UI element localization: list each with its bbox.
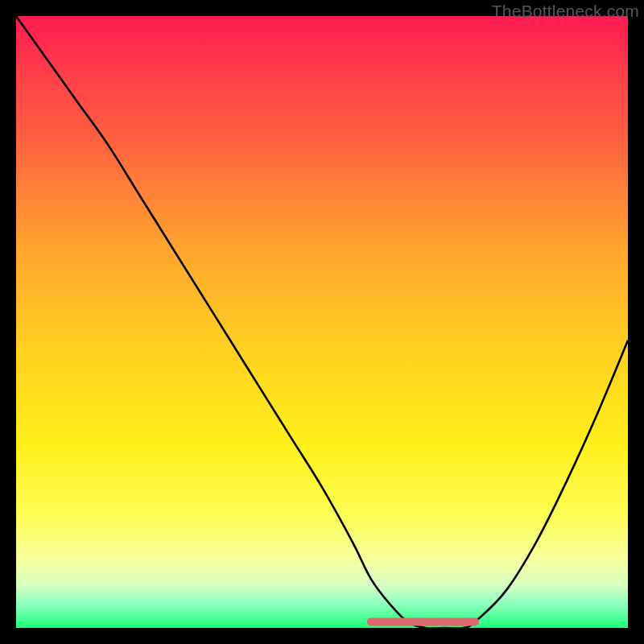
bottleneck-curve-path: [16, 16, 628, 628]
watermark-text: TheBottleneck.com: [492, 2, 639, 21]
chart-frame: TheBottleneck.com: [0, 0, 644, 644]
bottleneck-curve-svg: [16, 16, 628, 628]
plot-area: [16, 16, 628, 628]
